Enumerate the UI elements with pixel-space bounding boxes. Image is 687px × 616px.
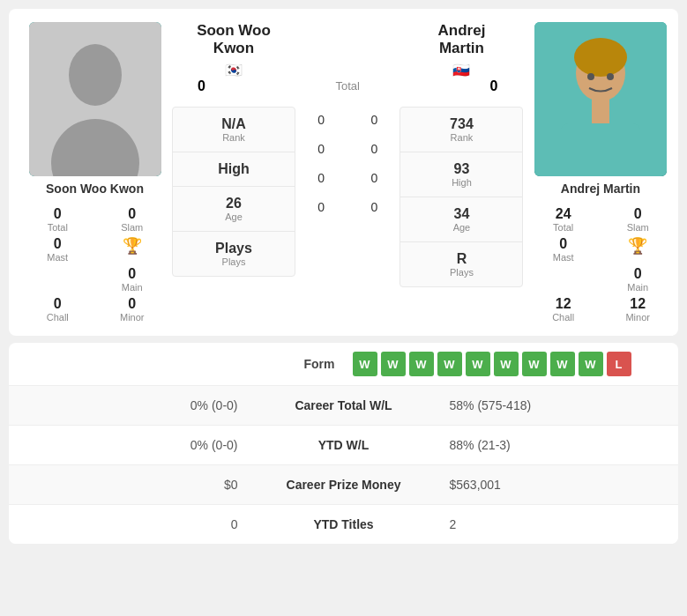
ytd-titles-row: 0 YTD Titles 2 <box>9 505 678 544</box>
player2-header: AndrejMartin 🇸🇰 <box>400 22 523 78</box>
form-badge-2: W <box>381 352 406 376</box>
player2-prize: $563,001 <box>432 478 661 492</box>
player-names-row: Soon WooKwon 🇰🇷 AndrejMartin 🇸🇰 <box>172 22 523 78</box>
player1-total-stat: 0 Total <box>22 206 93 233</box>
form-badge-4: W <box>437 352 462 376</box>
stats-section: Form W W W W W W W W W L 0% (0-0) Career… <box>9 343 678 544</box>
player1-mast-stat: 0 Mast <box>22 236 93 263</box>
ytd-wl-row: 0% (0-0) YTD W/L 88% (21-3) <box>9 426 678 465</box>
player2-rank-box: 734 Rank <box>400 108 522 152</box>
player1-titles: 0 <box>26 517 256 531</box>
player1-header: Soon WooKwon 🇰🇷 <box>172 22 295 78</box>
player1-rank-box: N/A Rank <box>173 108 295 152</box>
player1-high-box: High <box>173 152 295 187</box>
surfaces-row: N/A Rank High 26 Age Plays Plays <box>172 107 523 287</box>
player1-main-stat <box>22 266 93 293</box>
player1-slam-stat: 0 Slam <box>97 206 168 233</box>
surface-grass-row: 0 Grass 0 <box>302 194 392 221</box>
form-badge-5: W <box>466 352 490 376</box>
player1-prize: $0 <box>26 478 256 492</box>
player1-data-box: N/A Rank High 26 Age Plays Plays <box>172 107 295 277</box>
player2-data-box: 734 Rank 93 High 34 Age R Plays <box>400 107 523 287</box>
surfaces-center: 0 Hard 0 0 Clay 0 0 Indoor 0 <box>295 107 400 221</box>
svg-point-1 <box>69 44 122 106</box>
player2-header-name: AndrejMartin <box>400 22 523 58</box>
form-badge-10: L <box>607 352 631 376</box>
player2-career-wl: 58% (575-418) <box>432 398 661 412</box>
player2-name: Andrej Martin <box>561 182 640 196</box>
player2-slam-stat: 0 Slam <box>602 206 674 233</box>
form-badge-3: W <box>409 352 434 376</box>
player1-plays-box: Plays Plays <box>173 232 295 276</box>
form-badge-7: W <box>522 352 547 376</box>
svg-rect-7 <box>592 97 609 123</box>
svg-point-9 <box>607 73 614 80</box>
player1-chall-stat: 0 Chall <box>22 296 93 323</box>
player1-header-name: Soon WooKwon <box>172 22 295 58</box>
surface-indoor-row: 0 Indoor 0 <box>302 165 392 192</box>
career-wl-label: Career Total W/L <box>256 398 432 412</box>
player2-high-box: 93 High <box>400 152 522 197</box>
player1-name: Soon Woo Kwon <box>46 182 144 196</box>
svg-point-8 <box>587 73 594 80</box>
player2-column: Andrej Martin 24 Total 0 Slam 0 Mast 🏆 <box>523 22 677 323</box>
player2-flag: 🇸🇰 <box>400 62 523 78</box>
career-wl-row: 0% (0-0) Career Total W/L 58% (575-418) <box>9 386 678 426</box>
player1-flag: 🇰🇷 <box>172 62 295 78</box>
player1-minor-stat: 0 Minor <box>97 296 168 323</box>
spacer <box>295 22 400 48</box>
surface-clay-row: 0 Clay 0 <box>302 136 392 163</box>
middle-area: Soon WooKwon 🇰🇷 AndrejMartin 🇸🇰 0 Total … <box>172 22 523 323</box>
surface-hard-row: 0 Hard 0 <box>302 107 392 134</box>
player2-plays-box: R Plays <box>400 242 522 286</box>
form-badge-8: W <box>550 352 575 376</box>
player1-avatar <box>29 22 161 176</box>
form-label: Form <box>26 357 353 371</box>
prize-money-row: $0 Career Prize Money $563,001 <box>9 465 678 505</box>
form-badges: W W W W W W W W W L <box>353 352 661 376</box>
player2-mast-stat: 0 Mast <box>527 236 599 263</box>
total-row: 0 Total 0 <box>172 78 523 94</box>
svg-rect-6 <box>561 123 640 176</box>
svg-point-5 <box>574 38 627 77</box>
prize-label: Career Prize Money <box>256 478 432 492</box>
player1-ytd-wl: 0% (0-0) <box>26 438 256 452</box>
player1-column: Soon Woo Kwon 0 Total 0 Slam 0 Mast 🏆 <box>18 22 172 323</box>
player1-career-wl: 0% (0-0) <box>26 398 256 412</box>
player2-avatar <box>534 22 667 176</box>
form-badge-9: W <box>579 352 603 376</box>
titles-label: YTD Titles <box>256 517 432 531</box>
form-badge-6: W <box>494 352 519 376</box>
player2-minor-stat: 12 Minor <box>602 296 674 323</box>
player2-trophy-icon: 🏆 <box>602 236 674 263</box>
player1-age-box: 26 Age <box>173 187 295 232</box>
player2-age-box: 34 Age <box>400 197 522 242</box>
form-badge-1: W <box>353 352 377 376</box>
player2-ytd-wl: 88% (21-3) <box>432 438 661 452</box>
form-row: Form W W W W W W W W W L <box>9 343 678 386</box>
player1-trophy-icon: 🏆 <box>97 236 168 263</box>
player2-total-stat: 24 Total <box>527 206 599 233</box>
player2-titles: 2 <box>432 517 661 531</box>
ytd-wl-label: YTD W/L <box>256 438 432 452</box>
player2-chall-stat: 12 Chall <box>527 296 599 323</box>
